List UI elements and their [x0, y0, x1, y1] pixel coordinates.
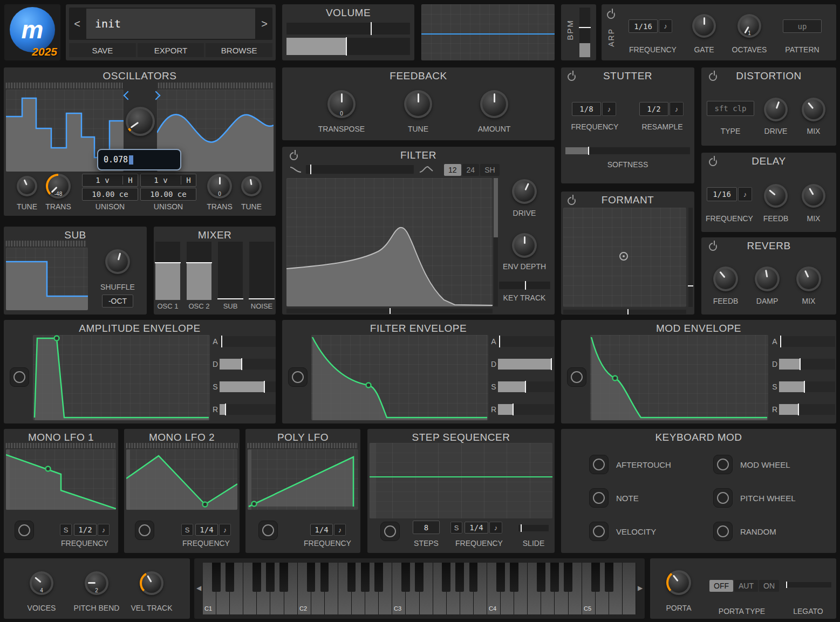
- osc2-tune-knob[interactable]: [241, 176, 262, 196]
- value-edit-tooltip[interactable]: 0.078: [97, 149, 181, 170]
- feedback-amount-knob[interactable]: [480, 90, 508, 118]
- mod-env-attack-slider[interactable]: [779, 336, 835, 347]
- piano-key-black[interactable]: [374, 563, 383, 592]
- filter-mode-12[interactable]: 12: [444, 164, 461, 176]
- formant-xy-pad[interactable]: [563, 208, 686, 307]
- arp-pattern-value[interactable]: up: [783, 19, 822, 33]
- osc-morph-knob[interactable]: [126, 107, 155, 136]
- sub-oct-button[interactable]: -OCT: [102, 295, 133, 307]
- filter-zoom-hscroll[interactable]: [286, 309, 493, 313]
- amp-env-sustain-slider[interactable]: [220, 381, 276, 392]
- mod-env-mod-source-button[interactable]: [567, 367, 586, 387]
- osc1-wave-strip[interactable]: [6, 83, 122, 88]
- piano-key-black[interactable]: [226, 563, 234, 592]
- sub-wave-strip[interactable]: [6, 241, 87, 247]
- distortion-mix-knob[interactable]: [802, 98, 825, 121]
- step-seq-sync-button[interactable]: S: [450, 522, 462, 534]
- preset-next-button[interactable]: >: [256, 8, 272, 40]
- preset-name-field[interactable]: init: [86, 9, 255, 39]
- legato-slider[interactable]: [785, 582, 831, 587]
- porta-knob[interactable]: [666, 570, 691, 595]
- step-seq-edge-slider[interactable]: [370, 443, 376, 518]
- delay-sync-icon[interactable]: ♪: [738, 187, 752, 201]
- osc2-wave-strip[interactable]: [158, 83, 274, 88]
- poly-lfo-display[interactable]: [248, 449, 358, 510]
- mixer-slider-osc1[interactable]: [155, 242, 180, 300]
- piano-key-black[interactable]: [455, 563, 464, 592]
- velocity-mod-source-button[interactable]: [589, 522, 609, 541]
- sub-shuffle-knob[interactable]: [105, 249, 130, 274]
- piano-key-black[interactable]: [496, 563, 505, 592]
- note-mod-source-button[interactable]: [589, 488, 609, 508]
- osc1-unison-voices-field[interactable]: 1 v H: [82, 174, 138, 187]
- step-seq-display[interactable]: [370, 443, 552, 518]
- mixer-slider-osc2[interactable]: [187, 242, 211, 300]
- lfo1-mod-source-button[interactable]: [15, 521, 34, 540]
- step-seq-frequency-value[interactable]: 1/4: [465, 522, 488, 534]
- distortion-type-value[interactable]: sft clp: [707, 101, 754, 116]
- piano-key-black[interactable]: [415, 563, 424, 592]
- lfo2-note-icon[interactable]: ♪: [219, 524, 231, 536]
- delay-mix-knob[interactable]: [802, 184, 825, 208]
- osc2-unison-voices-field[interactable]: 1 v H: [140, 174, 196, 187]
- amp-env-attack-slider[interactable]: [220, 336, 276, 347]
- step-seq-note-icon[interactable]: ♪: [489, 522, 502, 534]
- formant-x-slider[interactable]: [563, 310, 686, 314]
- formant-y-slider[interactable]: [688, 208, 693, 307]
- filter-env-attack-slider[interactable]: [498, 336, 554, 347]
- reverb-damp-knob[interactable]: [755, 266, 780, 291]
- export-button[interactable]: EXPORT: [138, 43, 204, 57]
- vel-track-knob[interactable]: [140, 571, 163, 595]
- aftertouch-mod-source-button[interactable]: [589, 455, 609, 474]
- mixer-slider-noise[interactable]: [249, 242, 274, 300]
- mixer-slider-sub[interactable]: [218, 242, 243, 300]
- piano-key-black[interactable]: [564, 563, 572, 592]
- lfo2-wave-strip[interactable]: [126, 443, 237, 448]
- feedback-tune-knob[interactable]: [404, 90, 432, 118]
- filter-key-track-slider[interactable]: [499, 282, 550, 289]
- amp-env-release-slider[interactable]: [220, 404, 276, 415]
- piano-key-black[interactable]: [605, 563, 613, 592]
- amp-env-decay-slider[interactable]: [220, 359, 276, 370]
- piano-key-black[interactable]: [307, 563, 316, 592]
- poly-lfo-mod-source-button[interactable]: [258, 521, 278, 540]
- lfo2-frequency-value[interactable]: 1/4: [195, 524, 218, 536]
- mod-env-sustain-slider[interactable]: [779, 381, 835, 392]
- poly-lfo-frequency-value[interactable]: 1/4: [310, 524, 333, 536]
- arp-octaves-knob[interactable]: 1: [737, 14, 761, 38]
- mod-env-display[interactable]: [590, 335, 768, 420]
- filter-zoom-vscroll[interactable]: [494, 178, 498, 306]
- porta-on-button[interactable]: ON: [759, 580, 779, 592]
- preset-prev-button[interactable]: <: [69, 8, 85, 40]
- osc1-tune-knob[interactable]: [17, 176, 37, 196]
- poly-lfo-note-icon[interactable]: ♪: [334, 524, 346, 536]
- arp-frequency-value[interactable]: 1/16: [629, 19, 658, 33]
- volume-slider[interactable]: [286, 38, 410, 55]
- poly-lfo-wave-strip[interactable]: [248, 443, 358, 448]
- piano-key-black[interactable]: [537, 563, 545, 592]
- mod-env-release-slider[interactable]: [779, 404, 835, 415]
- lfo1-frequency-value[interactable]: 1/2: [74, 524, 97, 536]
- piano-key-black[interactable]: [550, 563, 559, 592]
- stutter-resample-sync-icon[interactable]: ♪: [670, 102, 684, 116]
- mod-wheel-mod-source-button[interactable]: [713, 455, 733, 474]
- filter-env-decay-slider[interactable]: [498, 359, 554, 370]
- amp-env-display[interactable]: [33, 335, 210, 420]
- voices-knob[interactable]: 4: [30, 571, 53, 595]
- step-seq-mod-source-button[interactable]: [380, 522, 400, 541]
- keyboard-scroll-left-icon[interactable]: ◀: [196, 584, 201, 592]
- delay-feedback-knob[interactable]: [764, 184, 788, 208]
- keyboard-scroll-right-icon[interactable]: ▶: [638, 584, 643, 592]
- stutter-frequency-value[interactable]: 1/8: [572, 102, 601, 116]
- volume-cc-slider[interactable]: [286, 23, 410, 35]
- piano-key-black[interactable]: [279, 563, 288, 592]
- lfo1-note-icon[interactable]: ♪: [98, 524, 110, 536]
- lfo1-sync-button[interactable]: S: [60, 524, 72, 536]
- pitch-bend-knob[interactable]: 2: [85, 571, 108, 595]
- piano-key-white[interactable]: [623, 563, 636, 614]
- filter-mode-24[interactable]: 24: [462, 164, 480, 176]
- filter-env-display[interactable]: [311, 335, 488, 420]
- note-sync-icon[interactable]: ♪: [659, 19, 672, 33]
- filter-env-mod-source-button[interactable]: [288, 367, 308, 387]
- osc2-unison-detune-field[interactable]: 10.00 ce: [140, 188, 196, 201]
